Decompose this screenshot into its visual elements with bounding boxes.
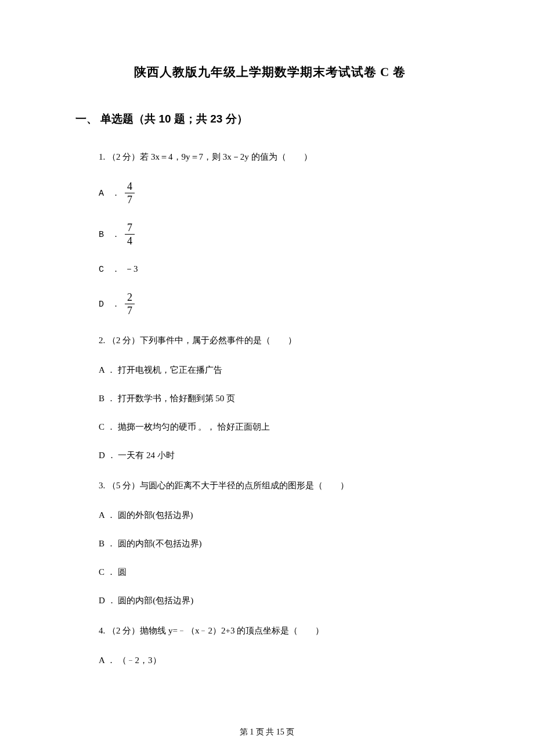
- option-label: B ．: [99, 229, 121, 240]
- fraction-icon: 4 7: [125, 181, 135, 205]
- question-3: 3. （5 分）与圆心的距离不大于半径的点所组成的图形是（ ）: [99, 478, 464, 492]
- fraction-denominator: 4: [125, 235, 135, 246]
- fraction-numerator: 4: [125, 181, 135, 193]
- page-footer: 第 1 页 共 15 页: [0, 727, 534, 737]
- question-4: 4. （2 分）抛物线 y=﹣（x﹣2）2+3 的顶点坐标是（ ）: [99, 624, 464, 638]
- page-title: 陕西人教版九年级上学期数学期末考试试卷 C 卷: [75, 64, 464, 80]
- q3-option-d: D ． 圆的内部(包括边界): [99, 595, 464, 606]
- q2-option-c: C ． 抛掷一枚均匀的硬币 。， 恰好正面朝上: [99, 422, 464, 433]
- fraction-denominator: 7: [125, 193, 135, 205]
- section-header: 一、 单选题（共 10 题；共 23 分）: [75, 111, 464, 127]
- question-1: 1. （2 分）若 3x＝4，9y＝7，则 3x－2y 的值为（ ）: [99, 150, 464, 164]
- q1-option-b: B ． 7 4: [99, 222, 464, 246]
- option-text: －3: [125, 264, 138, 275]
- fraction-numerator: 2: [125, 292, 135, 304]
- fraction-numerator: 7: [125, 222, 135, 235]
- fraction-denominator: 7: [125, 304, 135, 316]
- fraction-icon: 7 4: [125, 222, 135, 246]
- q3-option-b: B ． 圆的内部(不包括边界): [99, 538, 464, 549]
- fraction-icon: 2 7: [125, 292, 135, 316]
- q1-text: 1. （2 分）若 3x＝4，9y＝7，则 3x－2y 的值为（ ）: [99, 150, 464, 164]
- option-label: C ．: [99, 264, 121, 275]
- q2-text: 2. （2 分）下列事件中，属于必然事件的是（ ）: [99, 333, 464, 347]
- q3-text: 3. （5 分）与圆心的距离不大于半径的点所组成的图形是（ ）: [99, 478, 464, 492]
- question-2: 2. （2 分）下列事件中，属于必然事件的是（ ）: [99, 333, 464, 347]
- option-label: A ．: [99, 188, 121, 199]
- q1-option-d: D ． 2 7: [99, 292, 464, 316]
- q2-option-b: B ． 打开数学书，恰好翻到第 50 页: [99, 393, 464, 404]
- q1-option-c: C ． －3: [99, 264, 464, 275]
- q2-option-d: D ． 一天有 24 小时: [99, 450, 464, 461]
- q3-option-a: A ． 圆的外部(包括边界): [99, 510, 464, 521]
- q1-option-a: A ． 4 7: [99, 181, 464, 205]
- option-label: D ．: [99, 298, 121, 309]
- q2-option-a: A ． 打开电视机，它正在播广告: [99, 365, 464, 376]
- q3-option-c: C ． 圆: [99, 567, 464, 578]
- q4-text: 4. （2 分）抛物线 y=﹣（x﹣2）2+3 的顶点坐标是（ ）: [99, 624, 464, 638]
- q4-option-a: A ． （﹣2，3）: [99, 655, 464, 666]
